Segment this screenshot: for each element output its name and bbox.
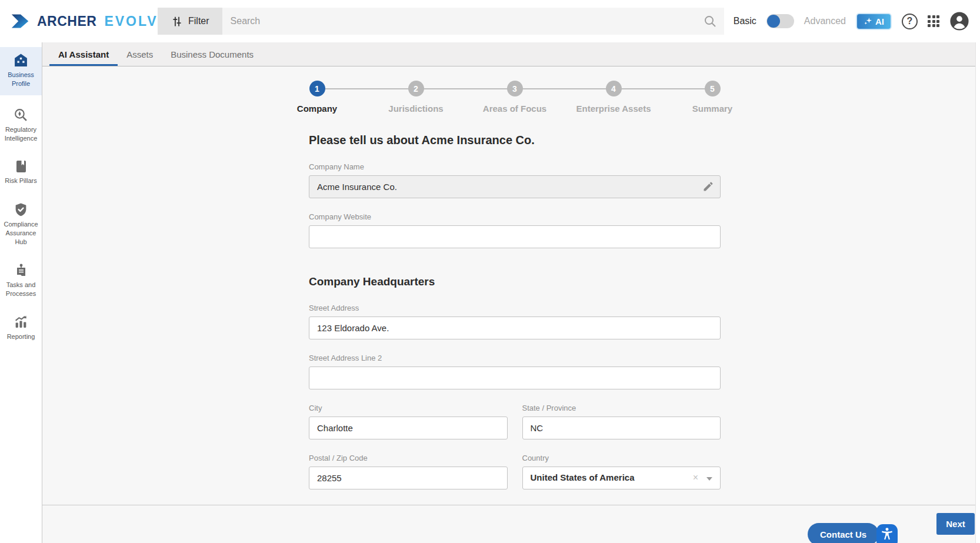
sidebar-item-label: Risk Pillars xyxy=(5,176,36,185)
brand-name-primary: ARCHER xyxy=(37,14,96,29)
sidebar-item-regulatory-intelligence[interactable]: Regulatory Intelligence xyxy=(0,103,42,148)
tab-ai-assistant[interactable]: AI Assistant xyxy=(49,42,118,66)
step-label: Jurisdictions xyxy=(388,104,443,114)
content-area: 1 Company 2 Jurisdictions 3 Areas of Foc… xyxy=(42,66,980,505)
book-bookmark-icon xyxy=(14,159,28,174)
filter-button[interactable]: Filter xyxy=(158,8,222,35)
street-address-input[interactable] xyxy=(309,317,721,339)
company-website-field: Company Website xyxy=(309,212,721,248)
sidebar-item-label: Regulatory Intelligence xyxy=(1,125,41,143)
street-address-field: Street Address xyxy=(309,304,721,339)
accessibility-person-icon xyxy=(879,527,895,542)
next-button[interactable]: Next xyxy=(936,513,975,535)
tab-assets[interactable]: Assets xyxy=(118,42,162,66)
left-sidebar: Business Profile Regulatory Intelligence… xyxy=(0,42,42,543)
toggle-knob xyxy=(767,15,780,28)
sidebar-item-label: Business Profile xyxy=(1,71,41,88)
search-icon[interactable] xyxy=(703,14,717,31)
search-input[interactable] xyxy=(222,8,724,35)
clipboard-tasks-icon xyxy=(14,264,28,278)
company-website-input[interactable] xyxy=(309,225,721,248)
state-province-input[interactable] xyxy=(522,417,721,439)
step-circle: 5 xyxy=(705,81,721,96)
city-input[interactable] xyxy=(309,417,508,439)
app-window: ARCHER EVOLV Filter Basic Advanc xyxy=(0,0,980,543)
basic-advanced-toggle[interactable] xyxy=(766,14,794,28)
building-org-icon xyxy=(14,53,28,68)
street-address-2-input[interactable] xyxy=(309,367,721,389)
sidebar-item-compliance-assurance-hub[interactable]: Compliance Assurance Hub xyxy=(0,198,42,251)
accessibility-button[interactable] xyxy=(876,524,898,543)
step-circle: 4 xyxy=(606,81,622,96)
street-address-2-label: Street Address Line 2 xyxy=(309,354,721,362)
step-label: Areas of Focus xyxy=(483,104,546,114)
country-label: Country xyxy=(522,454,721,462)
brand-logo: ARCHER EVOLV xyxy=(0,13,158,29)
step-circle: 2 xyxy=(408,81,424,96)
sidebar-item-label: Reporting xyxy=(7,332,35,341)
brand-name-secondary: EVOLV xyxy=(104,14,158,29)
tab-bar: AI Assistant Assets Business Documents xyxy=(42,42,980,66)
ai-button[interactable]: AI xyxy=(856,13,892,30)
sliders-filter-icon xyxy=(171,15,183,28)
main-area: AI Assistant Assets Business Documents 1… xyxy=(42,42,980,543)
right-scroll-gutter[interactable] xyxy=(975,42,980,543)
step-label: Summary xyxy=(692,104,732,114)
form-title: Please tell us about Acme Insurance Co. xyxy=(309,134,721,147)
footer-bar: Contact Us Next xyxy=(42,505,980,543)
postal-code-label: Postal / Zip Code xyxy=(309,454,508,462)
sidebar-item-label: Tasks and Processes xyxy=(1,281,41,298)
wizard-stepper: 1 Company 2 Jurisdictions 3 Areas of Foc… xyxy=(268,81,762,114)
step-label: Enterprise Assets xyxy=(576,104,651,114)
sidebar-item-risk-pillars[interactable]: Risk Pillars xyxy=(0,155,42,190)
brand-arrow-icon xyxy=(9,13,32,29)
toggle-advanced-label: Advanced xyxy=(804,16,846,26)
section-title-headquarters: Company Headquarters xyxy=(309,275,721,288)
state-province-label: State / Province xyxy=(522,404,721,412)
city-label: City xyxy=(309,404,508,412)
filter-button-label: Filter xyxy=(188,16,209,26)
edit-pencil-icon[interactable] xyxy=(702,181,714,195)
clear-selection-icon[interactable]: × xyxy=(693,472,698,483)
country-select[interactable]: United States of America × xyxy=(522,467,721,489)
street-address-2-field: Street Address Line 2 xyxy=(309,354,721,389)
ai-button-label: AI xyxy=(875,16,884,26)
step-circle: 3 xyxy=(507,81,523,96)
city-field: City xyxy=(309,404,508,439)
step-jurisdictions[interactable]: 2 Jurisdictions xyxy=(366,81,465,114)
step-summary[interactable]: 5 Summary xyxy=(663,81,762,114)
country-selected-value: United States of America xyxy=(531,472,635,482)
postal-code-field: Postal / Zip Code xyxy=(309,454,508,489)
tab-business-documents[interactable]: Business Documents xyxy=(162,42,262,66)
search-bar xyxy=(222,8,724,35)
header-controls: Basic Advanced AI ? xyxy=(734,11,980,31)
sidebar-item-business-profile[interactable]: Business Profile xyxy=(0,47,42,95)
country-field: Country United States of America × xyxy=(522,454,721,489)
toggle-basic-label: Basic xyxy=(734,16,756,26)
help-icon[interactable]: ? xyxy=(902,14,918,29)
contact-us-button[interactable]: Contact Us xyxy=(808,523,879,543)
step-areas-of-focus[interactable]: 3 Areas of Focus xyxy=(465,81,564,114)
sidebar-item-reporting[interactable]: Reporting xyxy=(0,310,42,346)
sidebar-item-tasks-and-processes[interactable]: Tasks and Processes xyxy=(0,259,42,303)
shield-check-icon xyxy=(14,202,28,217)
regulatory-search-icon xyxy=(14,108,28,122)
step-company[interactable]: 1 Company xyxy=(268,81,366,114)
app-grid-icon[interactable] xyxy=(928,15,939,27)
sidebar-item-label: Compliance Assurance Hub xyxy=(1,220,41,246)
company-name-input[interactable] xyxy=(309,175,721,198)
street-address-label: Street Address xyxy=(309,304,721,312)
step-enterprise-assets[interactable]: 4 Enterprise Assets xyxy=(564,81,663,114)
company-form: Please tell us about Acme Insurance Co. … xyxy=(309,134,721,489)
user-avatar-icon[interactable] xyxy=(949,11,969,31)
company-name-field: Company Name xyxy=(309,162,721,198)
company-name-label: Company Name xyxy=(309,162,721,171)
chevron-down-icon[interactable] xyxy=(706,477,712,481)
top-header: ARCHER EVOLV Filter Basic Advanc xyxy=(0,0,980,42)
state-province-field: State / Province xyxy=(522,404,721,439)
chart-report-icon xyxy=(14,315,28,329)
company-website-label: Company Website xyxy=(309,212,721,221)
step-circle: 1 xyxy=(309,81,325,96)
postal-code-input[interactable] xyxy=(309,467,508,489)
ai-sparkle-icon xyxy=(864,17,872,26)
